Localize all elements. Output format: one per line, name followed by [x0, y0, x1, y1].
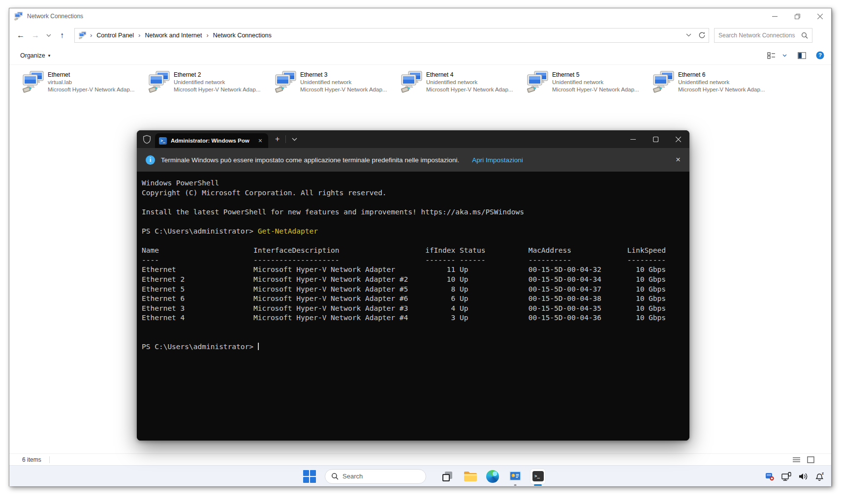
- network-adapter-tile[interactable]: Ethernet 5 Unidentified network Microsof…: [527, 71, 650, 100]
- network-ethernet-icon[interactable]: [781, 471, 792, 482]
- terminal-line: Ethernet 3 Microsoft Hyper-V Network Ada…: [142, 304, 689, 314]
- breadcrumb-item[interactable]: Network Connections: [212, 32, 273, 39]
- terminal-line: Name InterfaceDescription ifIndex Status…: [142, 246, 689, 256]
- svg-text:z: z: [822, 472, 824, 475]
- terminal-tab-powershell[interactable]: >_ Administrator: Windows Pow ×: [155, 133, 268, 148]
- address-breadcrumb-bar[interactable]: › Control Panel›Network and Internet›Net…: [74, 28, 709, 43]
- minimize-button[interactable]: [763, 8, 786, 24]
- terminal-line: Ethernet 6 Microsoft Hyper-V Network Ada…: [142, 294, 689, 304]
- breadcrumb-item[interactable]: Network and Internet: [144, 32, 203, 39]
- task-view-button[interactable]: [440, 469, 455, 484]
- open-settings-link[interactable]: Apri Impostazioni: [472, 156, 523, 164]
- chevron-down-icon: ▾: [48, 53, 51, 58]
- refresh-icon[interactable]: [698, 31, 706, 39]
- terminal-line: [142, 323, 689, 333]
- info-icon: i: [146, 155, 155, 165]
- terminal-line: Copyright (C) Microsoft Corporation. All…: [142, 188, 689, 198]
- edge-browser-icon[interactable]: [485, 469, 500, 484]
- adapter-name: Ethernet 2: [174, 71, 260, 79]
- forward-button[interactable]: →: [28, 28, 43, 43]
- network-adapter-tile[interactable]: Ethernet 6 Unidentified network Microsof…: [653, 71, 776, 100]
- adapter-device-name: Microsoft Hyper-V Network Adap...: [426, 86, 513, 93]
- help-button[interactable]: ?: [816, 51, 824, 59]
- terminal-line: PS C:\Users\administrator> Get-NetAdapte…: [142, 227, 689, 237]
- large-icons-view-button[interactable]: [807, 456, 814, 463]
- details-view-button[interactable]: [793, 457, 800, 463]
- start-button[interactable]: [302, 469, 317, 484]
- back-button[interactable]: ←: [13, 28, 28, 43]
- taskbar-search-box[interactable]: [325, 469, 426, 484]
- control-panel-icon[interactable]: [508, 469, 523, 484]
- network-adapter-tile[interactable]: Ethernet 4 Unidentified network Microsof…: [401, 71, 524, 100]
- terminal-line: Ethernet 2 Microsoft Hyper-V Network Ada…: [142, 275, 689, 285]
- terminal-close-button[interactable]: [667, 130, 689, 148]
- network-adapter-icon: [275, 71, 297, 92]
- tab-close-icon[interactable]: ×: [256, 137, 264, 145]
- breadcrumb-location-icon: [79, 31, 87, 39]
- preview-pane-button[interactable]: [798, 52, 806, 59]
- banner-close-icon[interactable]: ×: [676, 155, 681, 165]
- terminal-line: Windows PowerShell: [142, 178, 689, 188]
- network-adapter-icon: [22, 71, 45, 92]
- do-not-disturb-bell-icon[interactable]: z: [814, 471, 825, 482]
- tray-app-badge-icon[interactable]: [764, 471, 775, 482]
- explorer-statusbar: 6 items: [9, 453, 831, 465]
- adapter-network-status: Unidentified network: [426, 79, 513, 86]
- adapter-name: Ethernet 3: [300, 71, 387, 79]
- change-view-chevron-icon[interactable]: [782, 54, 787, 57]
- network-adapter-icon: [401, 71, 423, 92]
- address-dropdown-chevron-icon[interactable]: [686, 33, 691, 37]
- terminal-line: [142, 217, 689, 227]
- svg-text:>_: >_: [534, 474, 540, 478]
- breadcrumb-separator: ›: [203, 31, 212, 39]
- windows-logo-icon: [303, 470, 316, 483]
- adapter-name: Ethernet 5: [552, 71, 639, 79]
- adapter-device-name: Microsoft Hyper-V Network Adap...: [48, 86, 134, 93]
- network-adapter-icon: [148, 71, 171, 92]
- terminal-minimize-button[interactable]: [622, 130, 644, 148]
- explorer-search-box[interactable]: [714, 28, 812, 43]
- network-adapter-tile[interactable]: Ethernet 2 Unidentified network Microsof…: [148, 71, 271, 100]
- terminal-maximize-button[interactable]: [644, 130, 667, 148]
- active-indicator: [534, 484, 542, 486]
- adapter-network-status: Unidentified network: [300, 79, 387, 86]
- new-tab-button[interactable]: +: [275, 135, 280, 144]
- recent-locations-chevron-icon[interactable]: [43, 28, 55, 43]
- tab-dropdown-chevron-icon[interactable]: [292, 138, 297, 141]
- admin-shield-icon: [143, 135, 151, 144]
- terminal-cursor: [258, 343, 259, 350]
- items-count: 6 items: [22, 456, 41, 463]
- volume-icon[interactable]: [798, 471, 809, 482]
- tabbar-divider: [285, 135, 286, 143]
- adapter-network-status: Unidentified network: [174, 79, 260, 86]
- adapter-device-name: Microsoft Hyper-V Network Adap...: [552, 86, 639, 93]
- terminal-line: [142, 198, 689, 208]
- adapter-name: Ethernet: [48, 71, 134, 79]
- banner-message: Terminale Windows può essere impostato c…: [161, 156, 459, 164]
- network-adapter-icon: [653, 71, 675, 92]
- running-indicator: [514, 484, 517, 486]
- network-adapter-icon: [527, 71, 549, 92]
- organize-menu-button[interactable]: Organize▾: [20, 52, 50, 59]
- taskbar-search-input[interactable]: [343, 473, 429, 480]
- network-adapter-tile[interactable]: Ethernet 3 Unidentified network Microsof…: [275, 71, 398, 100]
- adapter-device-name: Microsoft Hyper-V Network Adap...: [300, 86, 387, 93]
- close-button[interactable]: [809, 8, 831, 24]
- explorer-search-input[interactable]: [718, 32, 801, 39]
- search-icon: [801, 32, 808, 39]
- terminal-line: [142, 237, 689, 246]
- terminal-line: Ethernet 4 Microsoft Hyper-V Network Ada…: [142, 313, 689, 323]
- file-explorer-icon[interactable]: [463, 469, 477, 484]
- windows-terminal-window: >_ Administrator: Windows Pow × +: [137, 130, 689, 441]
- desktop-frame: Network Connections ← → ↑ › Control Pane…: [9, 8, 832, 486]
- adapter-network-status: Unidentified network: [678, 79, 765, 86]
- windows-terminal-icon[interactable]: >_: [530, 469, 545, 484]
- maximize-button[interactable]: [786, 8, 809, 24]
- change-view-button[interactable]: [767, 52, 776, 59]
- terminal-output[interactable]: Windows PowerShellCopyright (C) Microsof…: [137, 172, 689, 441]
- breadcrumb-item[interactable]: Control Panel: [95, 32, 135, 39]
- up-button[interactable]: ↑: [55, 28, 69, 43]
- adapter-device-name: Microsoft Hyper-V Network Adap...: [678, 86, 765, 93]
- terminal-line: PS C:\Users\administrator>: [142, 342, 689, 352]
- network-adapter-tile[interactable]: Ethernet virtual.lab Microsoft Hyper-V N…: [22, 71, 145, 100]
